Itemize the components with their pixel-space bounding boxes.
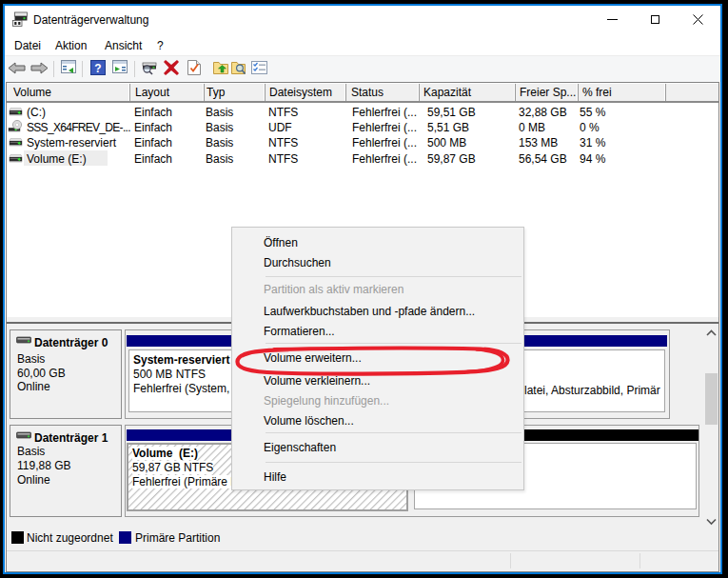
svg-text:?: ? <box>94 62 101 75</box>
